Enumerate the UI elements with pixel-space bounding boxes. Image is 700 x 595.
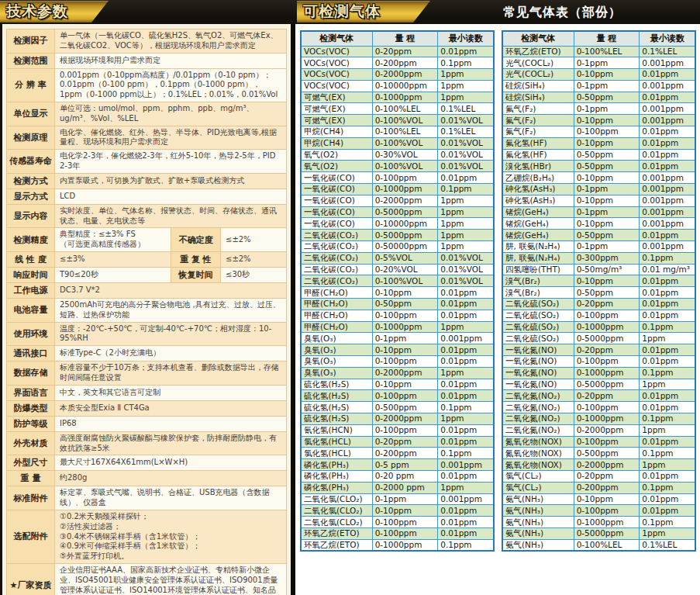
gas-row: 二氧化碳(CO₂)0-50000ppm1ppm (301, 241, 494, 253)
gas-row: 二氧化硫(SO₂)0-1000ppm0.1ppm (502, 321, 695, 333)
page: 技术参数 可检测气体 常见气体表（部份） 检测因子单一气体（一氧化碳CO、硫化氢… (0, 0, 700, 595)
spec-label: 检测因子 (7, 29, 55, 54)
spec-value: 2500mAh可充电的高分子聚合物电池 ,具有过充、过放、过压、短路、过热保护功… (55, 298, 287, 322)
spec-row: 检测原理电化学、催化燃烧、红外、热导、半导体、PID光致电离等,根据量程、现场环… (7, 126, 287, 150)
gas-range: 0-50ppm (574, 161, 640, 172)
gas-name: 砷化氢(AsH₃) (502, 184, 574, 195)
gas-min-reading: 0.01ppm (640, 390, 695, 402)
gas-row: 一氧化氮(NO)0-100ppm0.01ppm (502, 356, 695, 368)
gas-min-reading: 0.01ppm (438, 46, 494, 57)
spec-row: 外壳材质高强度耐腐蚀防火聚碳酸酯与橡胶保护套，防摔耐磨防静电，有效抗跌落≥5米 (7, 431, 287, 455)
gas-name: 甲醛(CH₂O) (301, 310, 372, 321)
gas-row: 氯气(CL₂)0-20ppm0.01ppm (502, 470, 695, 482)
gas-min-reading: 0.01ppm (640, 470, 695, 482)
gas-name: 氨气(NH₃) (502, 528, 574, 539)
right-panel-title: 可检测气体 (303, 2, 381, 22)
spec-row: 检测方式内置泵吸式，可切换为扩散式、扩散+泵吸式检测方式 (7, 173, 287, 189)
gas-name: 一氧化氮(NO) (502, 367, 574, 379)
gas-row: 二氧化碳(CO₂)0-100%VOL0.01%VOL (301, 275, 494, 287)
gas-range: 0-1ppm (574, 57, 640, 69)
spec-row: 电池容量2500mAh可充电的高分子聚合物电池 ,具有过充、过放、过压、短路、过… (7, 298, 287, 322)
gas-row: 砷化氢(AsH₃)0-10ppm0.001ppm (502, 195, 695, 206)
gas-min-reading: 1ppm (438, 218, 494, 230)
gas-row: 硫化氢(H₂S)0-2000ppm1ppm (301, 413, 494, 425)
gas-range: 0-50ppm (574, 149, 640, 161)
gas-range: 0-10ppm (574, 137, 640, 149)
gas-name: 二氧化碳(CO₂) (301, 241, 372, 253)
gas-row: 氮氧化物(NOX)0-2000ppm1ppm (502, 459, 695, 471)
gas-range: 0-100ppm (372, 390, 438, 402)
gas-name: 溴气(Br₂) (502, 275, 574, 287)
gas-row: 二氧化氮(NO₂)0-100ppm0.01ppm (502, 402, 695, 413)
gas-min-reading: 0.01ppm (640, 356, 695, 368)
gas-row: 二氧化硫(SO₂)0-20ppm0.01ppm (502, 299, 695, 310)
gas-range: 0-1ppm (574, 80, 640, 92)
spec-label-2: 恢复时间 (171, 267, 221, 282)
gas-range: 0-1000ppm (372, 539, 438, 551)
gas-name: 二氧化硫(SO₂) (502, 333, 574, 344)
spec-row: ★厂家资质企业信用证书AAA、国家高新技术企业证书、专精特新小微企业、ISO45… (7, 563, 287, 595)
gas-range: 0-1000ppm (574, 321, 640, 333)
gas-name: 硅烷(SiH₄) (502, 92, 574, 103)
gas-col-header-range: 量 程 (372, 31, 438, 46)
gas-min-reading: 0.01ppm (438, 528, 494, 539)
gas-name: 锗烷(GeH₄) (502, 230, 574, 241)
gas-row: 硅烷(SiH₄)0-50ppm0.01ppm (502, 92, 695, 103)
gas-row: 可燃气(EX)0-100%LEL0.1%LEL (301, 103, 494, 115)
gas-range: 0-1ppm (574, 241, 640, 253)
gas-range: 0-10ppm (574, 69, 640, 81)
gas-row: 臭氧(O₃)0-10ppm0.01ppm (301, 344, 494, 356)
gas-name: 硫化氢(H₂S) (301, 413, 372, 425)
spec-value: 电化学2-3年，催化燃烧2-3年，红外5-10年，热导2-5年，PID 2-3年 (55, 150, 287, 174)
gas-range: 0-2000ppm (372, 413, 438, 425)
gas-range: 0-5000ppm (372, 230, 438, 241)
gas-range: 0-10ppm (372, 379, 438, 390)
spec-row: 数据存储标准容量不少于10万条；支持本机查看、删除或数据导出，存储时间间隔任意设… (7, 361, 287, 386)
gas-min-reading: 0.001ppm (640, 103, 695, 115)
gas-range: 0-2000ppm (574, 424, 640, 436)
gas-row: 二氧化碳(CO₂)0-5%VOL0.01%VOL (301, 252, 494, 264)
gas-row: 硫化氢(H₂S)0-100ppm0.01ppm (301, 390, 494, 402)
gas-min-reading: 1ppm (438, 482, 494, 493)
gas-min-reading: 0.01ppm (438, 172, 494, 184)
gas-row: 肼, 联氨(N₂H₄)0-1ppm0.001ppm (502, 241, 695, 253)
spec-row: 标准附件标定罩、泵吸式气嘴、说明书、合格证、USB充电器（含数据线）、仪器盒 (7, 486, 287, 510)
spec-row: 显示方式LCD (7, 189, 287, 204)
gas-name: 二氧化碳(CO₂) (301, 252, 372, 264)
gas-min-reading: 0.001ppm (640, 57, 695, 69)
gas-range: 0-100ppm (574, 126, 640, 138)
spec-value: 温度：-20℃-+50℃，可定制-40℃-+70℃；相对湿度：10-95%RH (55, 322, 287, 346)
gas-min-reading: 1ppm (438, 69, 494, 81)
gas-row: 一氧化碳(CO)0-1000ppm0.1ppm (301, 184, 494, 195)
gas-row: 可燃气(EX)0-100%VOL0.01%VOL (301, 115, 494, 126)
gas-range: 0-2000ppm (372, 195, 438, 206)
gas-range: 0-100ppm (574, 402, 640, 413)
gas-name: 光气(COCL₂) (502, 69, 574, 81)
gas-name: 二氧化氯(CLO₂) (301, 517, 372, 528)
gas-row: 氯化氢(HCL)0-20ppm0.01ppm (301, 436, 494, 448)
gas-name: 氮氧化物(NOX) (502, 459, 574, 471)
gas-row: 溴气(Br₂)0-50ppm0.01ppm (502, 287, 695, 299)
gas-name: 氮氧化物(NOX) (502, 436, 574, 448)
gas-name: 氟化氢(HF) (502, 149, 574, 161)
gas-range: 0-10ppm (574, 195, 640, 206)
gas-range: 0-200ppm (372, 57, 438, 69)
gas-name: 环氧乙烷(ETO) (301, 528, 372, 539)
gas-min-reading: 0.01ppm (438, 287, 494, 299)
gas-row: 一氧化氮(NO)0-1000ppm0.1ppm (502, 367, 695, 379)
spec-label: 检测精度 (7, 228, 55, 252)
gas-range: 0-10ppm (372, 344, 438, 356)
gas-row: 二氧化氮(NO₂)0-2000ppm1ppm (502, 424, 695, 436)
gas-name: 砷化氢(AsH₃) (502, 195, 574, 206)
gas-name: VOCs(VOC) (301, 46, 372, 57)
spec-row: 通讯接口标准Type-C（2小时充满电） (7, 346, 287, 361)
gas-min-reading: 0.01%VOL (438, 137, 494, 149)
gas-col-header-range: 量 程 (574, 31, 640, 46)
gas-name: 一氧化氮(NO) (502, 356, 574, 368)
gas-row: 二氧化氯(CLO₂)0-1ppm0.001ppm (301, 493, 494, 505)
gas-name: VOCs(VOC) (301, 69, 372, 81)
spec-row: 检测因子单一气体（一氧化碳CO、硫化氢H2S、氧气O2、可燃气体Ex、二氧化碳C… (7, 29, 287, 54)
gas-range: 0-100%LEL (372, 126, 438, 138)
gas-min-reading: 1ppm (438, 413, 494, 425)
gas-row: 一氧化碳(CO)0-5000ppm1ppm (301, 206, 494, 218)
